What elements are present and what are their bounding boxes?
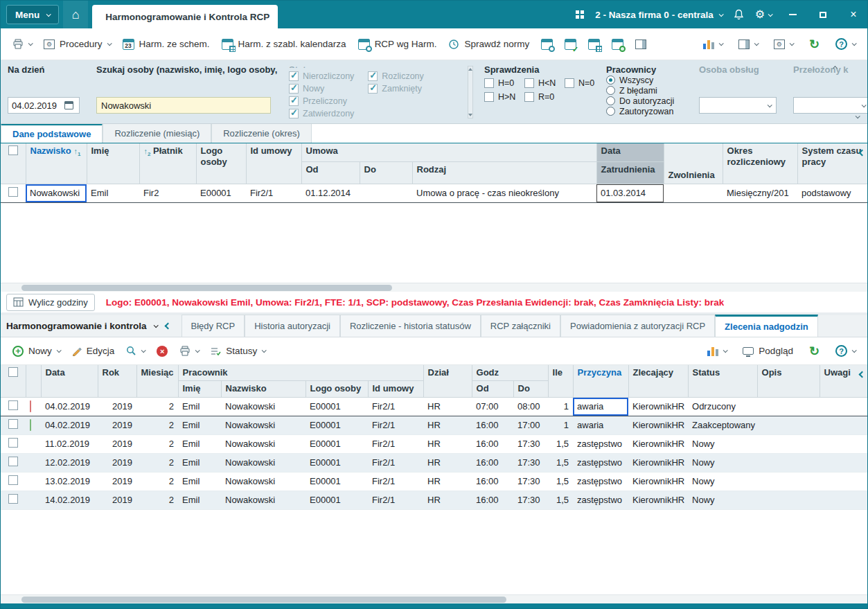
cell[interactable]: 2 — [136, 397, 178, 416]
cell[interactable]: KierownikHR — [628, 491, 688, 509]
cell[interactable]: Emil — [178, 434, 221, 453]
col-header-id-umowy[interactable]: Id umowy — [368, 381, 423, 397]
cell[interactable]: 11.02.2019 — [41, 434, 98, 453]
cell[interactable]: KierownikHR — [628, 397, 688, 416]
col-header-id-umowy[interactable]: Id umowy — [246, 143, 301, 184]
cell[interactable]: HR — [423, 434, 472, 453]
cell[interactable]: Emil — [178, 472, 221, 491]
cell[interactable]: Fir2/1 — [246, 184, 301, 202]
cell[interactable]: 2019 — [98, 472, 136, 491]
apps-grid-icon[interactable] — [576, 10, 584, 19]
delete-button[interactable]: × — [152, 342, 172, 361]
tab-powiadomienia[interactable]: Powiadomienia z autoryzacji RCP — [560, 315, 715, 337]
cell[interactable]: zastępstwo — [573, 434, 628, 453]
cell[interactable]: Miesięczny/201 — [723, 184, 797, 202]
sprawdzenia-checkbox[interactable]: R=0 — [524, 91, 559, 103]
cell[interactable]: awaria — [573, 416, 628, 434]
cell[interactable] — [757, 397, 820, 416]
cell[interactable]: 1 — [548, 416, 573, 434]
table-row[interactable]: 04.02.2019 2019 2 Emil Nowakowski E00001… — [1, 397, 867, 416]
cell[interactable]: Fir2/1 — [368, 453, 423, 472]
cell[interactable]: 2 — [136, 472, 178, 491]
cell[interactable]: Nowy — [688, 472, 757, 491]
bottom-panel-selector[interactable]: Harmonogramowanie i kontrola — [6, 315, 166, 337]
cell[interactable]: 2 — [136, 434, 178, 453]
cell[interactable]: zastępstwo — [573, 453, 628, 472]
cell[interactable]: Nowy — [688, 434, 757, 453]
cell[interactable]: 1,5 — [548, 491, 573, 509]
company-selector[interactable]: 2 - Nasza firma 0 - centrala — [595, 10, 722, 20]
cell[interactable] — [820, 472, 867, 491]
document-tab[interactable]: Harmonogramowanie i Kontrola RCP — [92, 5, 278, 28]
col-header-nazwisko[interactable]: Nazwisko ↑1 — [26, 143, 87, 184]
rcp-approve-tool-button[interactable] — [560, 35, 581, 54]
cell[interactable] — [757, 453, 820, 472]
settings-button[interactable]: ⚙ — [755, 9, 772, 20]
col-header-platnik[interactable]: ↑2 Płatnik — [139, 143, 196, 184]
sprawdz-normy-button[interactable]: Sprawdź normy — [443, 35, 534, 54]
help-button-bottom[interactable]: ? — [831, 341, 860, 361]
col-header-imie[interactable]: Imię — [178, 381, 221, 397]
print-button[interactable] — [8, 35, 37, 54]
cell[interactable]: 13.02.2019 — [41, 472, 98, 491]
tab-rozliczenie-historia[interactable]: Rozliczenie - historia statusów — [340, 315, 481, 337]
status-scrollbar[interactable] — [468, 66, 473, 118]
cell[interactable]: HR — [423, 472, 472, 491]
cell[interactable]: Emil — [178, 416, 221, 434]
status-checkbox[interactable]: Przeliczony — [289, 96, 354, 107]
grid1-collapse-button[interactable] — [860, 147, 865, 157]
cell[interactable]: HR — [423, 416, 472, 434]
pracownicy-radio[interactable]: Wszyscy — [606, 75, 688, 85]
calendar-picker-icon[interactable] — [64, 101, 73, 109]
table-row[interactable]: 04.02.2019 2019 2 Emil Nowakowski E00001… — [1, 416, 867, 434]
refresh-button[interactable]: ↻ — [804, 35, 824, 54]
tab-bledy-rcp[interactable]: Błędy RCP — [181, 315, 245, 337]
status-checkbox[interactable]: Nierozliczony — [289, 71, 354, 82]
cell[interactable]: Fir2 — [139, 184, 196, 202]
grid-settings-button[interactable]: ⚙ — [769, 35, 798, 53]
cell[interactable]: 04.02.2019 — [41, 416, 98, 434]
cell[interactable]: 17:30 — [513, 491, 548, 509]
cell[interactable]: 14.02.2019 — [41, 491, 98, 509]
cell[interactable]: 04.02.2019 — [41, 397, 98, 416]
cell[interactable]: Emil — [87, 184, 139, 202]
cell[interactable]: E00001 — [305, 491, 368, 509]
col-header-zwolnienia[interactable]: Zwolnienia — [664, 143, 723, 184]
cell[interactable]: HR — [423, 491, 472, 509]
pracownicy-radio[interactable]: Do autoryzacji — [606, 96, 688, 106]
col-header-imie[interactable]: Imię — [87, 143, 139, 184]
cell[interactable]: Nowakowski — [221, 416, 305, 434]
cell[interactable]: Fir2/1 — [368, 397, 423, 416]
cell[interactable]: 2 — [136, 491, 178, 509]
cell[interactable]: HR — [423, 453, 472, 472]
col-header-opis[interactable]: Opis — [757, 365, 820, 397]
help-button[interactable]: ? — [831, 34, 860, 54]
print-button-bottom[interactable] — [175, 342, 204, 361]
cell[interactable]: Emil — [178, 491, 221, 509]
cell[interactable]: 2019 — [98, 453, 136, 472]
row-checkbox[interactable] — [1, 472, 26, 491]
cell[interactable]: Fir2/1 — [368, 434, 423, 453]
cell[interactable]: 16:00 — [472, 453, 513, 472]
rcp-table-tool-button[interactable] — [583, 35, 605, 54]
row-checkbox[interactable] — [1, 184, 26, 202]
cell[interactable] — [820, 416, 867, 434]
cell[interactable] — [820, 397, 867, 416]
cell[interactable]: 01.03.2014 — [596, 184, 664, 202]
col-header-zlecajacy[interactable]: Zlecający — [628, 365, 688, 397]
edycja-button[interactable]: Edycja — [67, 342, 120, 360]
cell[interactable]: E00001 — [305, 453, 368, 472]
cell[interactable]: 2019 — [98, 491, 136, 509]
menu-button[interactable]: Menu — [6, 5, 59, 24]
cell[interactable]: E00001 — [305, 416, 368, 434]
rcp-clock-tool-button[interactable] — [536, 35, 558, 54]
cell[interactable]: Fir2/1 — [368, 416, 423, 434]
filter-collapse-button[interactable] — [833, 62, 837, 72]
col-header-data[interactable]: Data — [41, 365, 98, 397]
col-header-rok[interactable]: Rok — [98, 365, 136, 397]
col-header-dzial[interactable]: Dział — [423, 365, 472, 397]
date-input[interactable] — [12, 100, 62, 111]
scroll-down-icon[interactable] — [468, 114, 472, 116]
procedury-button[interactable]: ⚙ Procedury — [39, 35, 116, 53]
scrollbar-thumb[interactable] — [21, 285, 392, 291]
